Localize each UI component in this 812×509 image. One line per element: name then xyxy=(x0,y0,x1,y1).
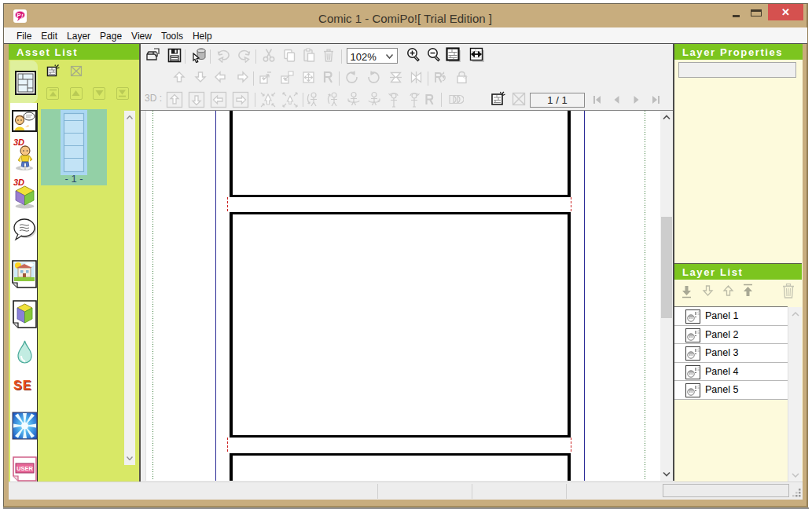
svg-text:USER: USER xyxy=(17,465,33,472)
